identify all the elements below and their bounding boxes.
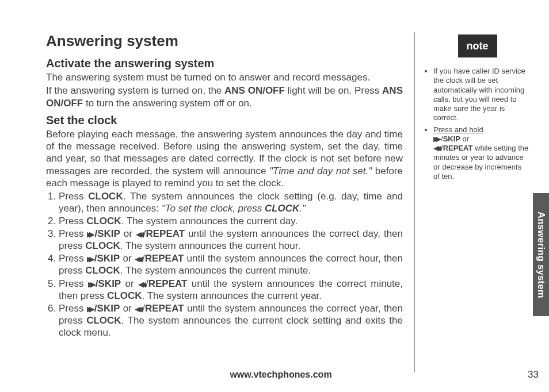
- forward-icon: ▶▶: [87, 255, 94, 264]
- forward-icon: ▶▶: [87, 305, 94, 314]
- ans-on-off: ANS ON/OFF: [224, 85, 285, 96]
- text: or: [460, 134, 469, 143]
- step-6: Press ▶▶/SKIP or ◀◀/REPEAT until the sys…: [59, 302, 403, 339]
- repeat-key: REPEAT: [145, 253, 184, 264]
- text: Press: [59, 253, 87, 264]
- text: light will be on. Press: [285, 85, 382, 96]
- activate-paragraph-2: If the answering system is turned on, th…: [46, 84, 403, 109]
- page-content: Answering system Activate the answering …: [46, 32, 549, 372]
- text: Press: [59, 191, 88, 202]
- forward-icon: ▶▶: [433, 134, 441, 144]
- step-2: Press CLOCK. The system announces the cu…: [59, 215, 403, 227]
- step-3: Press ▶▶/SKIP or ◀◀/REPEAT until the sys…: [59, 228, 403, 252]
- clock-key: CLOCK: [107, 290, 142, 301]
- step-4: Press ▶▶/SKIP or ◀◀/REPEAT until the sys…: [59, 252, 403, 276]
- text: If the answering system is turned on, th…: [46, 85, 224, 96]
- rewind-icon: ◀◀: [138, 280, 146, 289]
- clock-steps: Press CLOCK. The system announces the cl…: [46, 190, 403, 339]
- clock-key: CLOCK: [88, 191, 123, 202]
- clock-key: CLOCK: [86, 216, 121, 226]
- repeat-key: REPEAT: [146, 228, 185, 239]
- footer-url: www.vtechphones.com: [0, 370, 516, 380]
- repeat-key: REPEAT: [443, 144, 473, 152]
- skip-key: SKIP: [443, 134, 460, 143]
- forward-icon: ▶▶: [88, 280, 96, 289]
- note-badge: note: [458, 34, 497, 57]
- quote-text: "Time and day not set.": [269, 166, 372, 176]
- rewind-icon: ◀◀: [136, 230, 143, 239]
- forward-icon: ▶▶: [87, 230, 94, 239]
- note-item-1: If you have caller ID service the clock …: [433, 67, 529, 123]
- page-footer: www.vtechphones.com 33: [0, 369, 539, 381]
- note-list: If you have caller ID service the clock …: [425, 67, 529, 181]
- section-heading-clock: Set the clock: [46, 114, 403, 127]
- text: to turn the answering system off or on.: [83, 98, 252, 109]
- activate-paragraph-1: The answering system must be turned on t…: [46, 71, 403, 83]
- quote: "To set the clock, press: [162, 203, 265, 214]
- clock-paragraph: Before playing each message, the answeri…: [46, 128, 403, 189]
- clock-key: CLOCK: [85, 265, 120, 276]
- text: . The system announces the current day.: [121, 216, 298, 226]
- clock-key: CLOCK: [86, 315, 121, 326]
- text: . The system announces the current hour.: [120, 240, 300, 251]
- repeat-key: REPEAT: [148, 278, 188, 289]
- quote: .": [299, 203, 306, 214]
- rewind-icon: ◀◀: [135, 305, 142, 314]
- skip-key: /SKIP: [96, 278, 121, 289]
- text: . The system announces the current minut…: [120, 265, 311, 276]
- section-heading-activate: Activate the answering system: [46, 57, 403, 70]
- text: or: [120, 228, 136, 239]
- main-column: Answering system Activate the answering …: [46, 32, 414, 372]
- text: or: [120, 303, 135, 314]
- step-1: Press CLOCK. The system announces the cl…: [59, 190, 403, 214]
- text: Press: [59, 278, 88, 289]
- skip-key: /SKIP: [94, 228, 120, 239]
- note-item-2: Press and hold ▶▶/SKIP or ◀◀/REPEAT whil…: [433, 125, 529, 182]
- text: Press: [59, 303, 87, 314]
- text: or: [120, 253, 135, 264]
- step-5: Press ▶▶/SKIP or ◀◀/REPEAT until the sys…: [59, 278, 403, 302]
- page-number: 33: [516, 369, 539, 381]
- text: Press: [59, 216, 86, 226]
- clock-key: CLOCK: [85, 240, 120, 251]
- note-column: note If you have caller ID service the c…: [414, 32, 529, 372]
- page-title: Answering system: [46, 32, 403, 50]
- text: Press: [59, 228, 87, 239]
- rewind-icon: ◀◀: [135, 255, 142, 264]
- text: or: [121, 278, 138, 289]
- skip-key: /SKIP: [94, 253, 120, 264]
- text: . The system announces the current year.: [142, 290, 322, 301]
- text: Press and hold: [433, 125, 483, 134]
- clock-key: CLOCK: [265, 203, 299, 214]
- skip-key: /SKIP: [94, 303, 120, 314]
- rewind-icon: ◀◀: [433, 144, 441, 153]
- repeat-key: REPEAT: [145, 303, 184, 314]
